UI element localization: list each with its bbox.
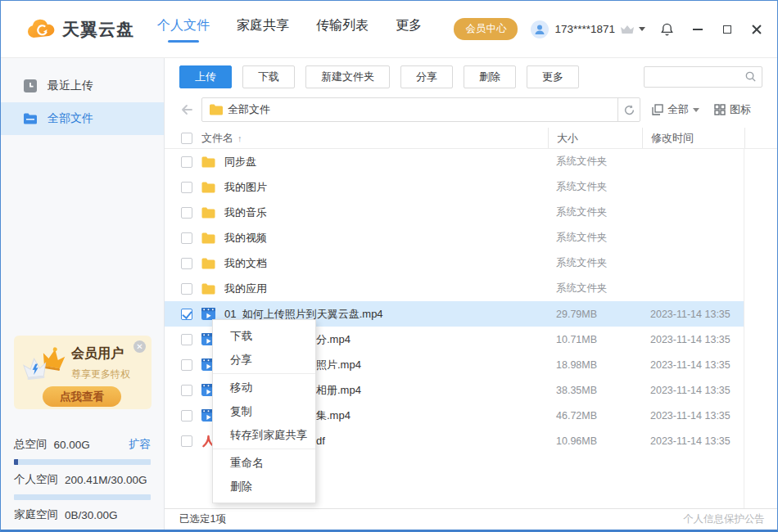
row-checkbox[interactable] [181,232,192,244]
context-menu-item[interactable]: 重命名 [213,451,315,475]
selection-count: 已选定1项 [179,512,226,526]
personal-space-bar-fill [14,459,18,465]
row-checkbox[interactable] [181,156,192,168]
file-date: 2023-11-14 13:35 [642,359,744,371]
family-space-bar [14,494,151,500]
toolbar-button[interactable]: 分享 [400,65,453,88]
file-name: 我的文档 [224,256,548,271]
file-date: 2023-11-14 13:35 [642,410,744,422]
file-size: 18.98MB [548,359,642,371]
personal-space-bar [14,459,151,465]
table-row[interactable]: 同步盘 系统文件夹 [165,149,777,174]
sidebar-item[interactable]: 最近上传 [1,70,164,102]
account-dropdown-caret[interactable] [639,27,645,31]
sort-asc-icon: ↑ [237,133,242,143]
maximize-button[interactable] [721,24,733,35]
expand-storage-link[interactable]: 扩容 [129,437,151,452]
family-space-value: 0B/30.00G [65,509,118,521]
table-row[interactable]: 我的视频 系统文件夹 [165,225,777,250]
video-file-icon [201,308,215,320]
nav-tab[interactable]: 家庭共享 [237,12,289,46]
row-checkbox[interactable] [181,385,192,396]
context-menu: 下载 分享 移动 复制 转存到家庭共享 重命名 删除 [212,319,316,503]
toolbar-button[interactable]: 上传 [179,65,232,88]
column-name[interactable]: 文件名 [201,131,233,146]
notification-bell-icon[interactable] [660,22,674,37]
toolbar-button[interactable]: 下载 [242,65,295,88]
row-checkbox[interactable] [181,258,192,269]
file-date: 2023-11-14 13:35 [642,309,744,320]
context-menu-item[interactable]: 分享 [213,348,315,374]
file-size: 系统文件夹 [548,155,642,169]
app-title: 天翼云盘 [62,18,134,41]
folder-icon [24,113,37,124]
context-menu-item[interactable]: 转存到家庭共享 [213,423,315,449]
maximize-icon [723,25,731,34]
close-button[interactable] [751,24,762,35]
family-space-label: 家庭空间 [14,507,58,522]
nav-tab[interactable]: 个人文件 [157,12,210,46]
row-checkbox[interactable] [181,359,192,371]
context-menu-item[interactable]: 下载 [213,324,315,348]
close-icon [752,25,762,34]
folder-icon [201,283,215,295]
toolbar-button[interactable]: 更多 [527,65,579,88]
file-name: 我的视频 [224,231,548,246]
file-size: 系统文件夹 [548,231,642,245]
column-date[interactable]: 修改时间 [642,128,744,148]
toolbar-button[interactable]: 新建文件夹 [305,65,390,88]
context-menu-item[interactable]: 复制 [213,399,315,423]
sidebar-item-label: 最近上传 [47,79,93,93]
table-row[interactable]: 我的应用 系统文件夹 [165,276,777,301]
header-right: 会员中心 173****1871 [454,18,762,40]
row-checkbox[interactable] [181,182,192,193]
row-checkbox[interactable] [181,309,192,320]
promo-cta-button[interactable]: 点我查看 [43,386,121,407]
app-window: 天翼云盘 个人文件 家庭共享 传输列表 更多 会员中心 173****1871 [0,0,778,532]
back-button[interactable] [179,103,193,116]
nav-tab[interactable]: 传输列表 [316,12,369,46]
privacy-notice-link[interactable]: 个人信息保护公告 [683,512,765,526]
context-menu-item[interactable]: 移动 [213,376,315,399]
toolbar-button[interactable]: 删除 [464,65,516,88]
file-size: 46.72MB [548,410,642,422]
folder-icon [210,104,223,115]
refresh-button[interactable] [617,98,640,121]
view-mode-toggle[interactable]: 图标 [714,102,751,117]
column-size[interactable]: 大小 [548,128,642,148]
table-row[interactable]: 我的图片 系统文件夹 [165,174,777,200]
row-checkbox[interactable] [181,410,192,422]
file-size: 系统文件夹 [548,205,642,219]
folder-icon [201,182,215,193]
file-size: 29.79MB [548,309,642,320]
sidebar-item[interactable]: 全部文件 [1,102,164,135]
promo-close-icon[interactable]: ✕ [133,340,146,353]
vip-promo-banner[interactable]: ✕ 会员 [14,336,152,409]
row-checkbox[interactable] [181,334,192,345]
user-avatar[interactable] [531,20,549,38]
address-bar[interactable]: 全部文件 [201,97,640,122]
filter-dropdown[interactable]: 全部 [652,102,699,117]
minimize-icon [693,29,703,30]
app-logo: 天翼云盘 [25,18,134,41]
toolbar: 上传 下载 新建文件夹 分享 删除 更多 [179,65,762,88]
vip-center-button[interactable]: 会员中心 [454,18,518,40]
select-all-checkbox[interactable] [181,133,192,144]
breadcrumb-row: 全部文件 [179,97,762,122]
row-checkbox[interactable] [181,283,192,295]
folder-icon [201,207,215,219]
file-size: 10.71MB [548,334,642,345]
table-row[interactable]: 我的文档 系统文件夹 [165,250,777,276]
row-checkbox[interactable] [181,207,192,219]
nav-tab[interactable]: 更多 [396,12,422,46]
storage-panel: 总空间 60.00G 扩容 个人空间 200.41M/30.00G 家庭空间 0… [1,429,164,530]
context-menu-item[interactable]: 删除 [213,475,315,498]
minimize-button[interactable] [692,24,703,35]
table-row[interactable]: 我的音乐 系统文件夹 [165,200,777,225]
folder-icon [201,156,215,168]
search-icon[interactable] [744,70,757,83]
row-checkbox[interactable] [181,435,192,447]
table-header: 文件名 ↑ 大小 修改时间 [165,128,777,149]
promo-subtitle: 尊享更多特权 [71,367,130,381]
refresh-icon [623,104,636,116]
